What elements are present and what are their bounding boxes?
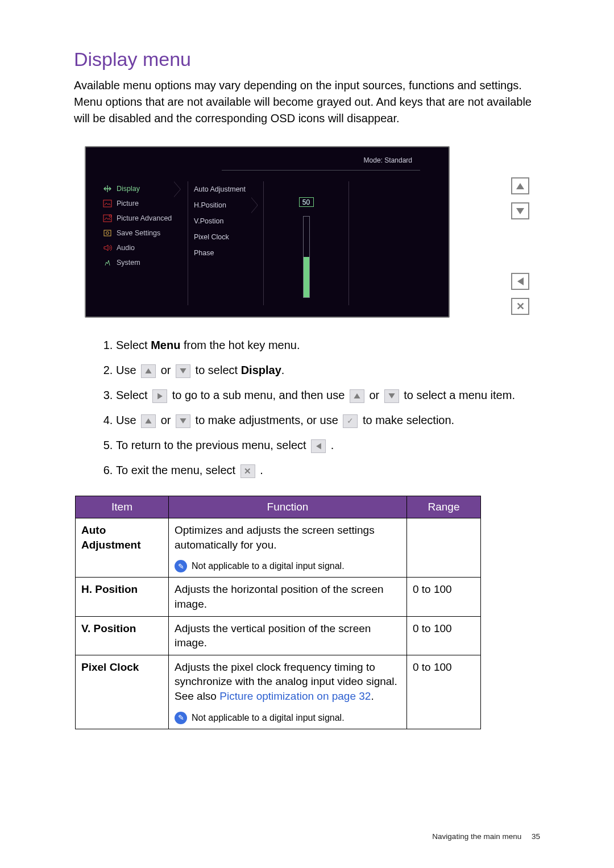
svg-point-4 — [106, 232, 109, 235]
osd-item-picture-advanced: Picture Advanced — [98, 211, 188, 226]
table-row: Pixel Clock Adjusts the pixel clock freq… — [76, 655, 481, 729]
triangle-left-icon — [517, 277, 524, 285]
osd-button-up — [511, 177, 529, 194]
right-button-icon — [152, 389, 167, 403]
table-header-item: Item — [76, 496, 169, 518]
osd-button-exit: ✕ — [511, 298, 529, 315]
step-1: Select Menu from the hot key menu. — [116, 337, 540, 354]
table-row: Auto Adjustment Optimizes and adjusts th… — [76, 518, 481, 578]
cell-function: Adjusts the vertical position of the scr… — [169, 616, 407, 655]
page-title: Display menu — [74, 48, 540, 70]
exit-button-icon: ✕ — [240, 464, 255, 478]
reference-table: Item Function Range Auto Adjustment Opti… — [75, 496, 481, 729]
osd-sub-menu: Auto Adjustment H.Position V.Postion Pix… — [188, 181, 264, 305]
up-button-icon — [141, 414, 156, 428]
cell-range — [407, 518, 481, 578]
svg-rect-1 — [103, 215, 111, 222]
osd-item-label: Save Settings — [117, 229, 160, 237]
step-6: To exit the menu, select ✕ . — [116, 462, 540, 479]
close-icon: ✕ — [516, 301, 525, 312]
up-button-icon — [350, 389, 364, 403]
up-button-icon — [141, 364, 156, 378]
down-button-icon — [384, 389, 399, 403]
cell-function: Adjusts the pixel clock frequency timing… — [169, 655, 407, 729]
down-button-icon — [176, 364, 190, 378]
cell-item: V. Position — [76, 616, 169, 655]
cell-function: Optimizes and adjusts the screen setting… — [169, 518, 407, 578]
step-2: Use or to select Display. — [116, 362, 540, 379]
osd-sub-phase: Phase — [188, 245, 263, 261]
cell-range: 0 to 100 — [407, 616, 481, 655]
table-header-range: Range — [407, 496, 481, 518]
step-4: Use or to make adjustments, or use ✓ to … — [116, 412, 540, 429]
osd-item-label: Picture — [117, 200, 139, 207]
cell-function: Adjusts the horizontal position of the s… — [169, 578, 407, 616]
osd-item-label: System — [117, 259, 140, 267]
table-header-function: Function — [169, 496, 407, 518]
step-3: Select to go to a sub menu, and then use… — [116, 387, 540, 404]
osd-button-down — [511, 202, 529, 219]
osd-value: 50 — [299, 197, 314, 207]
osd-sub-auto-adjustment: Auto Adjustment — [188, 181, 263, 197]
intro-paragraph: Available menu options may vary dependin… — [74, 77, 540, 127]
picture-icon — [103, 200, 112, 207]
check-button-icon: ✓ — [343, 414, 358, 428]
osd-screenshot: Mode: Standard Display Picture — [85, 146, 529, 319]
osd-item-audio: Audio — [98, 240, 188, 255]
triangle-up-icon — [516, 183, 524, 189]
cell-range: 0 to 100 — [407, 578, 481, 616]
osd-side-buttons: ✕ — [511, 177, 529, 315]
osd-item-system: System — [98, 255, 188, 270]
osd-item-label: Audio — [117, 244, 135, 252]
save-icon — [103, 229, 112, 237]
osd-empty-column — [349, 181, 436, 305]
down-button-icon — [176, 414, 190, 428]
cross-reference-link[interactable]: Picture optimization on page 32 — [219, 690, 371, 702]
osd-item-save-settings: Save Settings — [98, 226, 188, 240]
system-icon — [103, 259, 112, 267]
pencil-note-icon: ✎ — [175, 712, 187, 724]
cell-item: H. Position — [76, 578, 169, 616]
osd-sub-v-position: V.Postion — [188, 213, 263, 229]
triangle-down-icon — [516, 208, 524, 214]
audio-icon — [103, 244, 112, 252]
osd-value-column: 50 — [264, 181, 349, 305]
osd-item-picture: Picture — [98, 196, 188, 211]
osd-sub-pixel-clock: Pixel Clock — [188, 229, 263, 245]
instruction-steps: Select Menu from the hot key menu. Use o… — [74, 337, 540, 479]
display-icon — [103, 185, 112, 193]
cell-range: 0 to 100 — [407, 655, 481, 729]
step-5: To return to the previous menu, select . — [116, 437, 540, 454]
svg-rect-3 — [104, 230, 111, 236]
svg-rect-0 — [103, 200, 111, 207]
cell-item: Pixel Clock — [76, 655, 169, 729]
osd-mode-label: Mode: Standard — [222, 154, 420, 171]
osd-item-label: Display — [117, 185, 140, 193]
svg-point-2 — [109, 215, 111, 217]
osd-item-display: Display — [98, 181, 188, 196]
osd-slider — [303, 216, 310, 298]
pencil-note-icon: ✎ — [175, 560, 187, 572]
back-button-icon — [311, 439, 326, 453]
table-row: H. Position Adjusts the horizontal posit… — [76, 578, 481, 616]
cell-item: Auto Adjustment — [76, 518, 169, 578]
page-footer: Navigating the main menu 35 — [432, 832, 540, 841]
table-row: V. Position Adjusts the vertical positio… — [76, 616, 481, 655]
osd-item-label: Picture Advanced — [117, 214, 172, 222]
osd-sub-h-position: H.Position — [188, 197, 263, 213]
picture-advanced-icon — [103, 214, 112, 222]
osd-main-menu: Display Picture Picture Advanced — [98, 181, 188, 305]
osd-button-back — [511, 273, 529, 290]
